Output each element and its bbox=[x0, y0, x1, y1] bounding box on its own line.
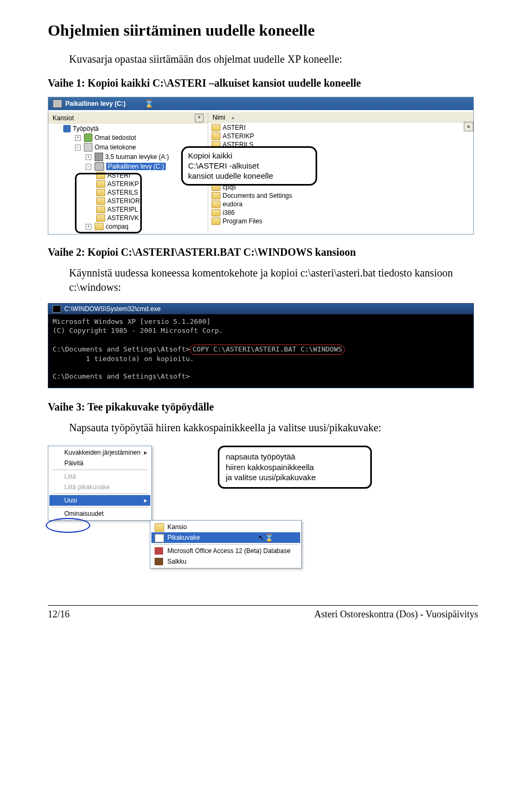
collapse-icon[interactable]: − bbox=[75, 145, 81, 150]
list-item[interactable]: eudora bbox=[208, 200, 473, 208]
cmd-body: Microsoft Windows XP [versio 5.1.2600] (… bbox=[48, 314, 473, 388]
menu-separator bbox=[52, 493, 148, 494]
tree-folder[interactable]: +compaq bbox=[48, 222, 208, 231]
name-column-header[interactable]: Nimi bbox=[212, 114, 225, 121]
folder-icon bbox=[155, 523, 164, 532]
cmd-output: 1 tiedosto(a) on kopioitu. bbox=[53, 355, 194, 363]
page-footer: 12/16 Asteri Ostoreskontra (Dos) - Vuosi… bbox=[48, 609, 478, 620]
scroll-up-icon[interactable]: ▲ bbox=[464, 122, 473, 131]
folder-icon bbox=[96, 180, 105, 188]
tree-my-documents[interactable]: +Omat tiedostot bbox=[48, 133, 208, 143]
intro-text: Kuvasarja opastaa siirtämään dos ohjelma… bbox=[69, 52, 478, 66]
list-header[interactable]: Nimi ▲ bbox=[208, 112, 473, 123]
menu-separator bbox=[52, 507, 148, 507]
folder-icon bbox=[211, 124, 220, 131]
menu-item-access-db[interactable]: Microsoft Office Access 12 (Beta) Databa… bbox=[151, 546, 300, 556]
callout-box: Kopioi kaikki C:\ASTERI -alkuiset kansio… bbox=[181, 146, 317, 186]
menu-item-properties[interactable]: Ominaisuudet bbox=[49, 508, 150, 519]
cmd-prompt: C:\Documents and Settings\Atsoft> bbox=[53, 372, 190, 380]
desktop-context-menu: Kuvakkeiden järjestäminen Päivitä Liitä … bbox=[48, 446, 152, 521]
tree-header: Kansiot × bbox=[48, 112, 208, 124]
shortcut-icon bbox=[155, 534, 164, 542]
menu-item-paste: Liitä bbox=[49, 471, 150, 482]
desktop-icon bbox=[63, 125, 71, 132]
context-menu-screenshot: Kuvakkeiden järjestäminen Päivitä Liitä … bbox=[48, 446, 473, 584]
step3-body: Napsauta työpöytää hiiren kakkospainikke… bbox=[69, 421, 478, 435]
tree-folder[interactable]: ASTERILS bbox=[48, 188, 208, 197]
cmd-screenshot: C:\WINDOWS\System32\cmd.exe Microsoft Wi… bbox=[48, 303, 474, 388]
folder-icon bbox=[211, 209, 220, 216]
folder-icon bbox=[96, 172, 105, 179]
step1-heading: Vaihe 1: Kopioi kaikki C:\ASTERI –alkuis… bbox=[48, 77, 478, 89]
folder-icon bbox=[211, 217, 220, 225]
window-titlebar: Paikallinen levy (C:) ⌛ bbox=[48, 97, 473, 110]
menu-separator bbox=[154, 544, 298, 545]
folder-icon bbox=[211, 192, 220, 199]
folder-icon bbox=[96, 206, 105, 213]
collapse-icon[interactable]: − bbox=[86, 164, 91, 170]
cmd-line: (C) Copyright 1985 - 2001 Microsoft Corp… bbox=[53, 327, 223, 334]
list-item[interactable]: ASTERIKP bbox=[208, 132, 473, 140]
list-item[interactable]: i386 bbox=[208, 208, 473, 217]
folder-icon bbox=[96, 197, 105, 205]
menu-item-arrange-icons[interactable]: Kuvakkeiden järjestäminen bbox=[49, 447, 150, 458]
menu-item-new[interactable]: Uusi bbox=[49, 495, 150, 506]
folder-icon bbox=[211, 132, 220, 140]
menu-item-refresh[interactable]: Päivitä bbox=[49, 458, 150, 468]
menu-item-paste-shortcut: Liitä pikakuvake bbox=[49, 482, 150, 492]
explorer-screenshot: Paikallinen levy (C:) ⌛ Kansiot × Työpöy… bbox=[48, 97, 474, 235]
tree-header-label: Kansiot bbox=[53, 114, 74, 122]
documents-icon bbox=[84, 133, 92, 142]
drive-icon bbox=[95, 162, 104, 171]
access-icon bbox=[155, 547, 163, 555]
cmd-line: Microsoft Windows XP [versio 5.1.2600] bbox=[53, 317, 210, 325]
expand-icon[interactable]: + bbox=[75, 135, 81, 141]
footer-divider bbox=[48, 605, 478, 606]
menu-item-shortcut[interactable]: Pikakuvake↖⌛ bbox=[151, 532, 300, 543]
cmd-highlighted-command: COPY C:\ASTERI\ASTERI.BAT C:\WINDOWS bbox=[190, 345, 345, 355]
footer-title: Asteri Ostoreskontra (Dos) - Vuosipäivit… bbox=[314, 609, 478, 620]
callout-box: napsauta työpöytää hiiren kakkospainikke… bbox=[218, 446, 372, 489]
step3-heading: Vaihe 3: Tee pikakuvake työpöydälle bbox=[48, 401, 478, 413]
folder-icon bbox=[211, 200, 220, 208]
folder-icon bbox=[96, 214, 105, 222]
cursor-hourglass-icon: ⌛ bbox=[144, 99, 154, 108]
briefcase-icon bbox=[155, 558, 163, 565]
computer-icon bbox=[84, 143, 92, 152]
cmd-title-text: C:\WINDOWS\System32\cmd.exe bbox=[64, 305, 160, 313]
close-icon[interactable]: × bbox=[195, 114, 203, 122]
tree-desktop[interactable]: Työpöytä bbox=[48, 124, 208, 133]
tree-folder[interactable]: ASTERIPL bbox=[48, 205, 208, 214]
tree-folder[interactable]: ASTERIOR bbox=[48, 197, 208, 205]
cursor-icon: ↖⌛ bbox=[258, 533, 274, 542]
step2-heading: Vaihe 2: Kopioi C:\ASTERI\ASTERI.BAT C:\… bbox=[48, 246, 478, 258]
tree-folder[interactable]: ASTERIVK bbox=[48, 214, 208, 222]
list-item[interactable]: Documents and Settings bbox=[208, 191, 473, 200]
folder-icon bbox=[96, 189, 105, 196]
folder-icon bbox=[95, 223, 104, 230]
cmd-icon bbox=[53, 305, 61, 313]
cmd-titlebar: C:\WINDOWS\System32\cmd.exe bbox=[48, 304, 473, 314]
menu-item-briefcase[interactable]: Salkku bbox=[151, 556, 300, 567]
expand-icon[interactable]: + bbox=[86, 224, 91, 230]
list-item[interactable]: Program Files bbox=[208, 217, 473, 225]
menu-item-folder[interactable]: Kansio bbox=[151, 522, 300, 532]
page-number: 12/16 bbox=[48, 609, 70, 620]
menu-separator bbox=[52, 470, 148, 470]
floppy-icon bbox=[95, 153, 103, 161]
page-title: Ohjelmien siirtäminen uudelle koneelle bbox=[48, 21, 478, 39]
drive-icon bbox=[53, 99, 62, 108]
step2-body: Käynnistä uudessa koneessa komentokehote… bbox=[69, 266, 478, 295]
window-title: Paikallinen levy (C:) bbox=[65, 100, 125, 107]
list-item[interactable]: ASTERI bbox=[208, 123, 473, 132]
expand-icon[interactable]: + bbox=[86, 154, 91, 160]
new-submenu: Kansio Pikakuvake↖⌛ Microsoft Office Acc… bbox=[150, 520, 302, 568]
sort-ascending-icon: ▲ bbox=[231, 115, 235, 120]
cmd-prompt: C:\Documents and Settings\Atsoft> bbox=[53, 345, 190, 353]
